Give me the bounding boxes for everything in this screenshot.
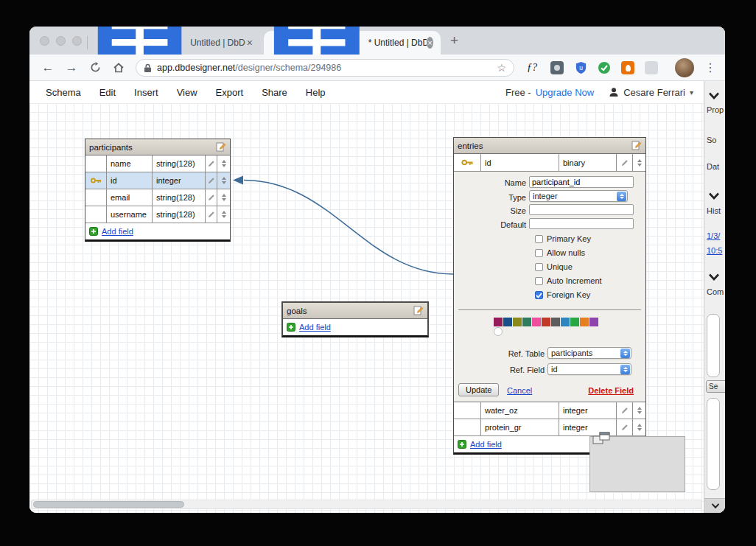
fn-extension-icon[interactable]: ƒ? (525, 60, 539, 75)
horizontal-scrollbar-thumb[interactable] (33, 501, 184, 508)
color-swatch[interactable] (551, 318, 560, 326)
pencil-icon[interactable] (616, 419, 632, 435)
add-field-link[interactable]: Add field (299, 323, 331, 332)
menu-share[interactable]: Share (262, 87, 287, 98)
schema-canvas[interactable]: participants name string(128) id integer (29, 103, 704, 513)
table-row[interactable]: water_oz integer (454, 402, 645, 419)
sidebar-section-properties[interactable]: Prop (707, 105, 724, 114)
edit-table-icon[interactable] (216, 142, 226, 152)
pencil-icon[interactable] (205, 155, 217, 172)
new-tab-button[interactable]: + (450, 33, 458, 47)
table-row[interactable]: protein_gr integer (454, 419, 645, 436)
allow-nulls-checkbox[interactable] (535, 249, 543, 257)
delete-field-link[interactable]: Delete Field (588, 386, 634, 395)
table-row[interactable]: id binary (454, 154, 645, 172)
color-swatch[interactable] (503, 318, 512, 326)
cascade-windows-icon[interactable] (592, 432, 612, 447)
sort-arrows-icon[interactable] (217, 172, 230, 189)
sort-arrows-icon[interactable] (632, 154, 645, 171)
pencil-icon[interactable] (205, 189, 217, 206)
green-check-extension-icon[interactable] (597, 60, 612, 75)
sort-arrows-icon[interactable] (217, 155, 230, 172)
caret-down-icon[interactable]: ▾ (690, 88, 693, 97)
field-size-input[interactable] (529, 204, 634, 215)
sidebar-section-comments[interactable]: Com (707, 287, 724, 296)
ublock-shield-extension-icon[interactable]: u (573, 60, 588, 75)
tab-inactive[interactable]: Untitled | DbDesigner.net × (88, 31, 262, 55)
table-row[interactable]: username string(128) (85, 206, 230, 223)
home-icon[interactable] (111, 55, 127, 80)
forward-arrow-icon[interactable]: → (63, 55, 80, 80)
pencil-icon[interactable] (205, 172, 217, 189)
table-header-participants[interactable]: participants (85, 139, 230, 155)
sort-arrows-icon[interactable] (217, 189, 230, 206)
chevron-down-icon[interactable] (708, 192, 720, 200)
chevron-down-icon[interactable] (708, 91, 720, 100)
sidebar-scroll-track[interactable] (707, 314, 720, 377)
menu-export[interactable]: Export (216, 87, 244, 98)
history-time-link[interactable]: 10:5 (707, 246, 722, 255)
tab-close-icon[interactable]: × (245, 38, 254, 48)
color-swatch[interactable] (542, 318, 550, 326)
sidebar-scroll-track[interactable] (707, 398, 720, 490)
tab-close-icon[interactable]: × (427, 37, 433, 49)
sort-arrows-icon[interactable] (632, 402, 645, 419)
color-swatch[interactable] (494, 318, 503, 326)
color-swatch[interactable] (561, 318, 570, 326)
add-field-link[interactable]: Add field (102, 227, 133, 236)
type-select[interactable]: integer (529, 190, 628, 202)
sidebar-scroll-down[interactable] (704, 498, 725, 513)
unique-checkbox[interactable] (535, 263, 543, 271)
menu-view[interactable]: View (177, 87, 197, 98)
primary-key-checkbox[interactable] (535, 235, 543, 243)
sort-arrows-icon[interactable] (632, 419, 645, 435)
foreign-key-checkbox[interactable] (535, 291, 543, 299)
user-name[interactable]: Cesare Ferrari (623, 87, 685, 98)
table-row[interactable]: email string(128) (85, 189, 230, 206)
color-swatch[interactable] (580, 318, 589, 326)
table-row[interactable]: name string(128) (85, 155, 230, 172)
pencil-icon[interactable] (616, 402, 632, 419)
pencil-icon[interactable] (616, 154, 632, 171)
cancel-link[interactable]: Cancel (507, 386, 532, 395)
horizontal-scrollbar[interactable] (31, 500, 702, 509)
update-button[interactable]: Update (458, 383, 499, 396)
color-swatch[interactable] (589, 318, 598, 326)
address-bar[interactable]: app.dbdesigner.net/designer/schema/29498… (136, 59, 514, 77)
ref-field-select[interactable]: id (547, 363, 631, 375)
sidebar-se-button[interactable]: Se (706, 380, 725, 393)
sidebar-section-history[interactable]: Hist (707, 206, 721, 215)
traffic-light-minimize[interactable] (56, 36, 66, 46)
gray-badge-extension-icon[interactable] (550, 60, 564, 75)
ref-table-select[interactable]: participants (547, 347, 631, 359)
pencil-icon[interactable] (205, 206, 217, 223)
history-date-link[interactable]: 1/3/ (707, 231, 720, 240)
menu-help[interactable]: Help (306, 87, 326, 98)
color-swatch[interactable] (513, 318, 522, 326)
reload-icon[interactable] (87, 55, 103, 80)
browser-menu-dots-icon[interactable]: ⋮ (704, 60, 716, 75)
menu-insert[interactable]: Insert (134, 87, 158, 98)
table-goals[interactable]: goals Add field (281, 301, 429, 337)
profile-avatar[interactable] (675, 58, 694, 77)
edit-table-icon[interactable] (631, 141, 642, 150)
orange-flame-extension-icon[interactable] (620, 60, 635, 75)
chevron-down-icon[interactable] (708, 273, 720, 281)
field-default-input[interactable] (529, 218, 634, 229)
table-entries[interactable]: entries id binary Name Type (453, 137, 646, 455)
menu-schema[interactable]: Schema (46, 87, 81, 98)
table-participants[interactable]: participants name string(128) id integer (85, 139, 231, 242)
upgrade-now-link[interactable]: Upgrade Now (536, 87, 595, 98)
tab-active[interactable]: * Untitled | DbDesigner.net × (264, 31, 441, 55)
traffic-light-zoom[interactable] (72, 36, 82, 46)
menu-edit[interactable]: Edit (99, 87, 116, 98)
sort-arrows-icon[interactable] (217, 206, 230, 223)
field-name-input[interactable] (529, 176, 634, 188)
traffic-light-close[interactable] (40, 36, 49, 46)
color-swatch[interactable] (522, 318, 531, 326)
back-arrow-icon[interactable]: ← (40, 55, 56, 80)
disabled-extension-icon[interactable] (644, 60, 659, 75)
table-header-goals[interactable]: goals (283, 303, 427, 319)
edit-table-icon[interactable] (413, 306, 424, 315)
color-swatch[interactable] (494, 327, 503, 336)
